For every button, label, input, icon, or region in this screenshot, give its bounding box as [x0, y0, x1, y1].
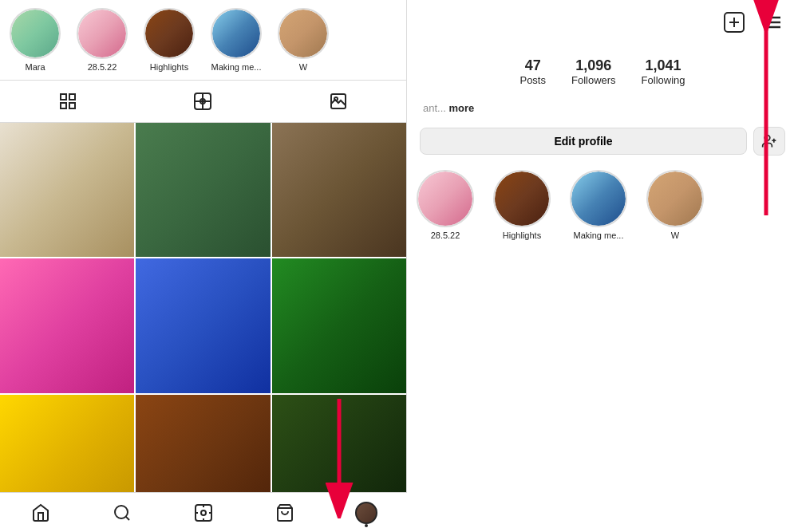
bio-text: ant... more: [407, 99, 798, 120]
following-label: Following: [642, 74, 685, 86]
search-nav-icon[interactable]: [111, 502, 133, 524]
profile-nav-icon[interactable]: [355, 502, 377, 524]
highlight-label-mara: Mara: [25, 62, 45, 72]
nav-profile-avatar: [355, 502, 377, 524]
grid-photo-5[interactable]: [136, 258, 270, 392]
photo-grid: [0, 123, 406, 529]
highlights-row-right: 28.5.22 Highlights Making me... W: [407, 162, 798, 248]
highlight-label-may: 28.5.22: [88, 62, 117, 72]
right-highlight-label-w: W: [671, 231, 679, 240]
grid-photo-2[interactable]: [136, 123, 270, 257]
right-highlight-making[interactable]: Making me...: [567, 170, 630, 240]
highlight-may[interactable]: 28.5.22: [73, 8, 131, 72]
bio-content: ant...: [423, 102, 449, 114]
right-highlight-label-making: Making me...: [574, 231, 624, 240]
left-panel: Mara 28.5.22 Highlights Making me... W: [0, 0, 407, 532]
svg-rect-1: [69, 94, 75, 100]
highlight-label-w: W: [299, 62, 307, 72]
followers-count: 1,096: [575, 57, 611, 74]
highlight-w[interactable]: W: [275, 8, 332, 72]
grid-photo-6[interactable]: [272, 258, 406, 392]
reels-nav-icon[interactable]: [192, 502, 215, 524]
profile-tabs: [0, 80, 406, 123]
following-stat[interactable]: 1,041 Following: [642, 57, 685, 86]
tagged-tab[interactable]: [327, 90, 350, 112]
home-nav-icon[interactable]: [30, 502, 52, 524]
svg-rect-3: [69, 103, 75, 108]
right-panel: 47 Posts 1,096 Followers 1,041 Following…: [407, 0, 798, 532]
posts-stat[interactable]: 47 Posts: [519, 57, 546, 86]
hamburger-menu-icon[interactable]: [760, 10, 785, 35]
svg-point-13: [201, 510, 206, 515]
highlight-mara[interactable]: Mara: [6, 8, 64, 72]
posts-count: 47: [525, 57, 541, 74]
nav-active-dot: [365, 524, 368, 527]
stats-row: 47 Posts 1,096 Followers 1,041 Following: [407, 45, 798, 99]
bottom-nav: [0, 492, 407, 532]
grid-photo-3[interactable]: [272, 123, 406, 257]
grid-photo-4[interactable]: [0, 258, 134, 392]
grid-photo-1[interactable]: [0, 123, 134, 257]
highlight-highlights[interactable]: Highlights: [140, 8, 198, 72]
svg-line-11: [126, 516, 129, 519]
following-count: 1,041: [646, 57, 681, 74]
shop-nav-icon[interactable]: [274, 502, 296, 524]
highlight-label-making: Making me...: [211, 62, 262, 72]
right-highlight-w[interactable]: W: [643, 170, 707, 240]
highlight-label-highlights: Highlights: [150, 62, 188, 72]
right-top-bar: [407, 0, 798, 45]
right-highlight-highlights[interactable]: Highlights: [490, 170, 554, 240]
svg-rect-2: [61, 103, 66, 108]
edit-profile-button[interactable]: Edit profile: [420, 128, 747, 155]
highlight-making[interactable]: Making me...: [207, 8, 265, 72]
posts-label: Posts: [519, 74, 546, 86]
highlights-row-left: Mara 28.5.22 Highlights Making me... W: [0, 0, 406, 80]
svg-rect-0: [61, 94, 66, 100]
bio-more-link[interactable]: more: [449, 102, 475, 114]
followers-label: Followers: [571, 74, 616, 86]
add-person-button[interactable]: [753, 127, 785, 156]
svg-point-27: [764, 136, 770, 141]
reels-tab[interactable]: [192, 90, 214, 112]
right-highlight-label-highlights: Highlights: [503, 231, 541, 240]
svg-point-10: [115, 506, 128, 518]
right-highlight-label-may: 28.5.22: [431, 231, 460, 240]
right-highlight-may[interactable]: 28.5.22: [413, 170, 477, 240]
edit-profile-row: Edit profile: [407, 120, 798, 162]
followers-stat[interactable]: 1,096 Followers: [571, 57, 616, 86]
grid-tab[interactable]: [57, 90, 79, 112]
add-post-icon[interactable]: [721, 10, 747, 35]
